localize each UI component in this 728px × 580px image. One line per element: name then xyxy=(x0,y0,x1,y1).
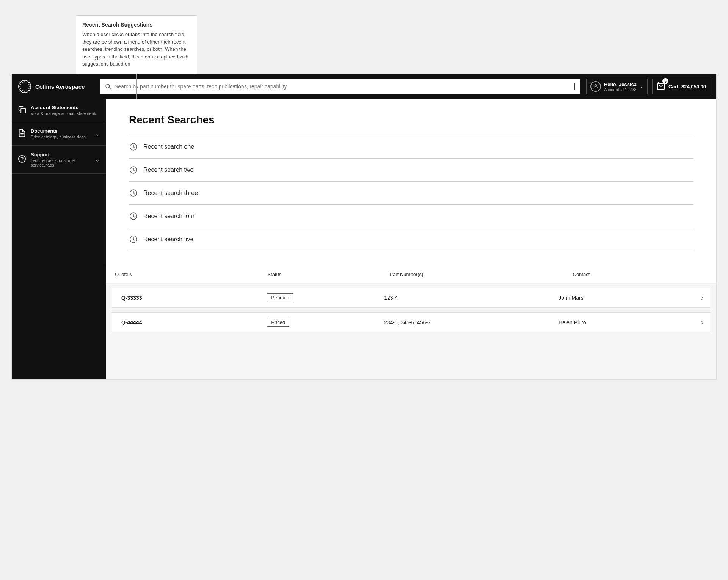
cart-total: Cart: $24,050.00 xyxy=(668,84,706,90)
cart-badge: 5 xyxy=(662,78,668,84)
clock-icon-2 xyxy=(129,165,138,174)
quote-num-2: Q-44444 xyxy=(112,313,258,332)
tooltip-body: When a user clicks or tabs into the sear… xyxy=(82,31,191,68)
sidebar-item-account-statements[interactable]: Account Statements View & manage account… xyxy=(12,99,106,122)
recent-search-item-4[interactable]: Recent search four xyxy=(129,205,693,228)
chevron-right-row-1: › xyxy=(701,293,704,302)
col-quote-num: Quote # xyxy=(106,266,259,283)
clock-icon-4 xyxy=(129,212,138,221)
sidebar: Account Statements View & manage account… xyxy=(12,99,106,379)
col-status: Status xyxy=(259,266,381,283)
recent-search-label-3: Recent search three xyxy=(143,190,198,196)
document-icon xyxy=(18,129,26,139)
part-numbers-2: 234-5, 345-6, 456-7 xyxy=(375,313,549,332)
status-badge-1: Pending xyxy=(267,293,293,302)
quote-num-1: Q-33333 xyxy=(112,288,258,307)
quote-row-1-table: Q-33333 Pending 123-4 John Mars › xyxy=(112,288,710,307)
help-icon xyxy=(18,155,26,165)
chevron-down-icon: ⌄ xyxy=(640,84,643,89)
search-cursor xyxy=(574,83,575,90)
quote-row-1[interactable]: Q-33333 Pending 123-4 John Mars › xyxy=(112,288,710,308)
user-icon xyxy=(593,83,599,90)
col-part-numbers: Part Number(s) xyxy=(381,266,564,283)
clock-icon-3 xyxy=(129,189,138,198)
sidebar-item-documents-title: Documents xyxy=(31,128,91,134)
quotes-section: Quote # Status Part Number(s) Contact Q-… xyxy=(106,266,716,379)
sidebar-item-documents-subtitle: Price catalogs, business docs xyxy=(31,135,91,139)
svg-rect-21 xyxy=(21,108,25,113)
cart-icon-wrapper: 5 xyxy=(656,81,665,92)
sidebar-item-support[interactable]: Support Tech requests, customer service,… xyxy=(12,146,106,174)
recent-search-item-1[interactable]: Recent search one xyxy=(129,135,693,159)
recent-search-label-1: Recent search one xyxy=(143,143,194,150)
quotes-table-header: Quote # Status Part Number(s) Contact xyxy=(106,266,716,283)
cart-button[interactable]: 5 Cart: $24,050.00 xyxy=(652,79,710,94)
status-badge-2: Priced xyxy=(267,318,289,327)
user-text: Hello, Jessica Account #112233 xyxy=(604,82,637,92)
user-menu[interactable]: Hello, Jessica Account #112233 ⌄ xyxy=(586,79,648,94)
svg-line-18 xyxy=(109,88,111,89)
contact-1: John Mars xyxy=(549,288,695,307)
recent-search-label-2: Recent search two xyxy=(143,167,194,173)
status-cell-2: Priced xyxy=(258,313,375,332)
logo-icon xyxy=(18,80,31,93)
user-account: Account #112233 xyxy=(604,87,637,92)
page-wrapper: Collins Aerospace Hello xyxy=(11,74,717,380)
logo-text: Collins Aerospace xyxy=(35,83,85,90)
search-input[interactable] xyxy=(115,83,571,90)
col-contact: Contact xyxy=(564,266,717,283)
sidebar-item-account-statements-subtitle: View & manage account statements xyxy=(31,111,100,116)
recent-search-item-2[interactable]: Recent search two xyxy=(129,159,693,182)
row-action-1[interactable]: › xyxy=(695,288,710,307)
status-cell-1: Pending xyxy=(258,288,375,307)
sidebar-item-documents-text: Documents Price catalogs, business docs xyxy=(31,128,91,139)
tooltip-title: Recent Search Suggestions xyxy=(82,22,191,28)
part-numbers-1: 123-4 xyxy=(375,288,549,307)
main-content: Account Statements View & manage account… xyxy=(12,99,716,379)
clock-icon-5 xyxy=(129,235,138,244)
recent-search-item-3[interactable]: Recent search three xyxy=(129,182,693,205)
sidebar-item-documents[interactable]: Documents Price catalogs, business docs … xyxy=(12,122,106,146)
contact-2: Helen Pluto xyxy=(549,313,695,332)
user-name: Hello, Jessica xyxy=(604,82,637,87)
right-content: Recent Searches Recent search one xyxy=(106,99,716,379)
sidebar-item-support-title: Support xyxy=(31,152,91,157)
sidebar-item-support-subtitle: Tech requests, customer service, faqs xyxy=(31,158,91,167)
recent-searches-panel: Recent Searches Recent search one xyxy=(106,99,716,266)
document-copy-icon xyxy=(18,105,26,115)
search-bar[interactable] xyxy=(100,79,580,94)
svg-point-19 xyxy=(595,85,596,86)
recent-search-item-5[interactable]: Recent search five xyxy=(129,228,693,251)
user-avatar xyxy=(590,81,601,92)
quote-row-2-table: Q-44444 Priced 234-5, 345-6, 456-7 Helen… xyxy=(112,313,710,332)
row-action-2[interactable]: › xyxy=(695,313,710,332)
recent-search-label-5: Recent search five xyxy=(143,236,194,243)
svg-point-17 xyxy=(106,84,110,88)
search-icon xyxy=(105,83,111,90)
recent-search-label-4: Recent search four xyxy=(143,213,195,220)
clock-icon-1 xyxy=(129,142,138,151)
recent-searches-title: Recent Searches xyxy=(129,114,693,126)
sidebar-item-account-statements-title: Account Statements xyxy=(31,105,100,110)
chevron-right-icon-support: ⌄ xyxy=(95,157,100,163)
chevron-right-icon: ⌄ xyxy=(95,131,100,137)
sidebar-item-support-text: Support Tech requests, customer service,… xyxy=(31,152,91,167)
chevron-right-row-2: › xyxy=(701,318,704,326)
sidebar-item-account-statements-text: Account Statements View & manage account… xyxy=(31,105,100,116)
logo-area: Collins Aerospace xyxy=(18,80,94,93)
recent-searches-list: Recent search one Recent search two xyxy=(129,135,693,251)
header-right: Hello, Jessica Account #112233 ⌄ 5 Cart:… xyxy=(586,79,710,94)
header: Collins Aerospace Hello xyxy=(12,74,716,99)
quote-row-2[interactable]: Q-44444 Priced 234-5, 345-6, 456-7 Helen… xyxy=(112,312,710,332)
tooltip-box: Recent Search Suggestions When a user cl… xyxy=(76,15,197,74)
